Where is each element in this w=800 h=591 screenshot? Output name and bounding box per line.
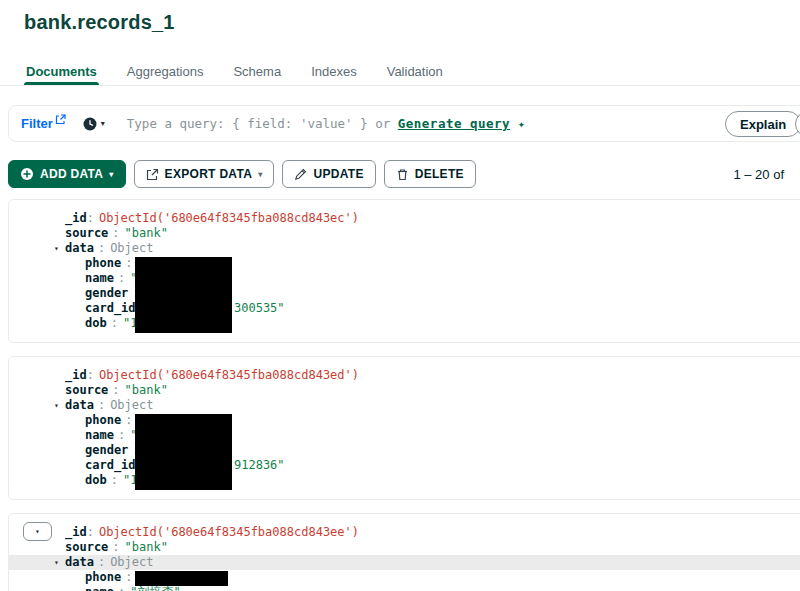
field-key: phone xyxy=(85,413,121,427)
field-value-string: "bank" xyxy=(125,383,168,397)
field-key: source xyxy=(65,226,108,240)
query-input[interactable]: Type a query: { field: 'value' } or Gene… xyxy=(127,116,525,131)
separator: : xyxy=(87,368,94,382)
field-key: name xyxy=(85,585,114,591)
chevron-down-icon: ▾ xyxy=(101,119,105,128)
field-phone: phone: xyxy=(9,570,800,585)
filter-link[interactable]: Filter xyxy=(21,116,66,131)
document-card[interactable]: _id:ObjectId('680e64f8345fba088cd843ed')… xyxy=(8,356,800,500)
update-button[interactable]: UPDATE xyxy=(282,160,375,188)
pagination-range: 1 – 20 of xyxy=(733,167,792,182)
field-key: _id xyxy=(65,525,87,539)
field-value-string: "bank" xyxy=(125,540,168,554)
trash-icon xyxy=(396,168,409,181)
field-source: source:"bank" xyxy=(9,226,800,241)
query-placeholder: Type a query: { field: 'value' } or xyxy=(127,116,390,131)
field-key: data xyxy=(65,398,94,412)
separator: : xyxy=(118,585,125,591)
field-key: phone xyxy=(85,256,121,270)
separator: : xyxy=(98,555,105,569)
field-id: _id:ObjectId('680e64f8345fba088cd843ee') xyxy=(9,525,800,540)
collapse-document-button[interactable]: ▾ xyxy=(23,522,52,541)
field-phone: phone:" xyxy=(9,413,800,428)
field-value-string: 912836" xyxy=(234,458,285,473)
page-title: bank.records_1 xyxy=(24,11,175,34)
separator: : xyxy=(125,256,132,270)
field-dob: dob:"19 xyxy=(9,316,800,331)
field-value-object: Object xyxy=(110,398,153,412)
field-key: data xyxy=(65,555,94,569)
field-data: ▾data:Object xyxy=(9,555,800,570)
field-key: phone xyxy=(85,570,121,584)
export-icon xyxy=(146,168,159,181)
tab-schema[interactable]: Schema xyxy=(231,55,283,85)
delete-button[interactable]: DELETE xyxy=(384,160,476,188)
field-value-object: Object xyxy=(110,555,153,569)
sparkle-icon: ✦ xyxy=(518,117,525,131)
tab-validation[interactable]: Validation xyxy=(385,55,445,85)
separator: : xyxy=(125,570,132,584)
field-key: source xyxy=(65,383,108,397)
filter-label: Filter xyxy=(21,116,53,131)
documents-toolbar: ADD DATA ▾ EXPORT DATA ▾ UPDATE DELETE 1… xyxy=(8,159,792,189)
separator: : xyxy=(87,211,94,225)
separator: : xyxy=(112,383,119,397)
field-value-objectid: ObjectId('680e64f8345fba088cd843ee') xyxy=(99,525,359,539)
field-value-objectid: ObjectId('680e64f8345fba088cd843ed') xyxy=(99,368,359,382)
generate-query-link[interactable]: Generate query xyxy=(398,116,510,131)
field-card-id: card_id:300535" xyxy=(9,301,800,316)
explain-button[interactable]: Explain xyxy=(725,111,800,137)
separator: : xyxy=(87,525,94,539)
document-card[interactable]: ▾ _id:ObjectId('680e64f8345fba088cd843ee… xyxy=(8,513,800,591)
tab-aggregations[interactable]: Aggregations xyxy=(125,55,206,85)
plus-circle-icon xyxy=(20,167,34,181)
field-value-object: Object xyxy=(110,241,153,255)
field-key: source xyxy=(65,540,108,554)
collection-tabbar: Documents Aggregations Schema Indexes Va… xyxy=(0,55,800,86)
chevron-down-icon: ▾ xyxy=(35,527,40,536)
separator: : xyxy=(118,428,125,442)
add-data-button[interactable]: ADD DATA ▾ xyxy=(8,160,126,188)
query-history-button[interactable]: ▾ xyxy=(82,116,105,132)
separator: : xyxy=(111,316,118,330)
export-data-label: EXPORT DATA xyxy=(165,167,253,181)
add-data-label: ADD DATA xyxy=(40,167,103,181)
external-link-icon xyxy=(55,114,66,125)
field-gender: gender: xyxy=(9,286,800,301)
redaction-box xyxy=(135,571,228,586)
separator: : xyxy=(98,398,105,412)
field-name: name:"闫 xyxy=(9,271,800,286)
field-value-string: 300535" xyxy=(234,301,285,316)
field-key: name xyxy=(85,428,114,442)
field-source: source:"bank" xyxy=(9,540,800,555)
field-key: name xyxy=(85,271,114,285)
field-source: source:"bank" xyxy=(9,383,800,398)
tab-documents[interactable]: Documents xyxy=(24,55,99,85)
collapse-caret-icon[interactable]: ▾ xyxy=(54,241,59,256)
field-value-objectid: ObjectId('680e64f8345fba088cd843ec') xyxy=(99,211,359,225)
field-gender: gender: xyxy=(9,443,800,458)
document-list: _id:ObjectId('680e64f8345fba088cd843ec')… xyxy=(8,199,800,591)
export-data-button[interactable]: EXPORT DATA ▾ xyxy=(134,160,275,188)
field-data: ▾data:Object xyxy=(9,241,800,256)
separator: : xyxy=(111,473,118,487)
query-bar: Filter ▾ Type a query: { field: 'value' … xyxy=(8,105,800,142)
collapse-caret-icon[interactable]: ▾ xyxy=(54,555,59,570)
field-card-id: card_id:912836" xyxy=(9,458,800,473)
field-key: dob xyxy=(85,316,107,330)
delete-label: DELETE xyxy=(415,167,464,181)
chevron-down-icon: ▾ xyxy=(258,170,262,179)
redaction-box xyxy=(135,414,232,490)
document-card[interactable]: _id:ObjectId('680e64f8345fba088cd843ec')… xyxy=(8,199,800,343)
field-name: name:"刘培森" xyxy=(9,585,800,591)
field-phone: phone:" xyxy=(9,256,800,271)
collapse-caret-icon[interactable]: ▾ xyxy=(54,398,59,413)
field-id: _id:ObjectId('680e64f8345fba088cd843ec') xyxy=(9,211,800,226)
update-label: UPDATE xyxy=(313,167,363,181)
field-key: gender xyxy=(85,443,128,457)
field-dob: dob:"19 xyxy=(9,473,800,488)
field-key: _id xyxy=(65,211,87,225)
tab-indexes[interactable]: Indexes xyxy=(309,55,359,85)
separator: : xyxy=(112,226,119,240)
field-key: card_id xyxy=(85,301,136,315)
